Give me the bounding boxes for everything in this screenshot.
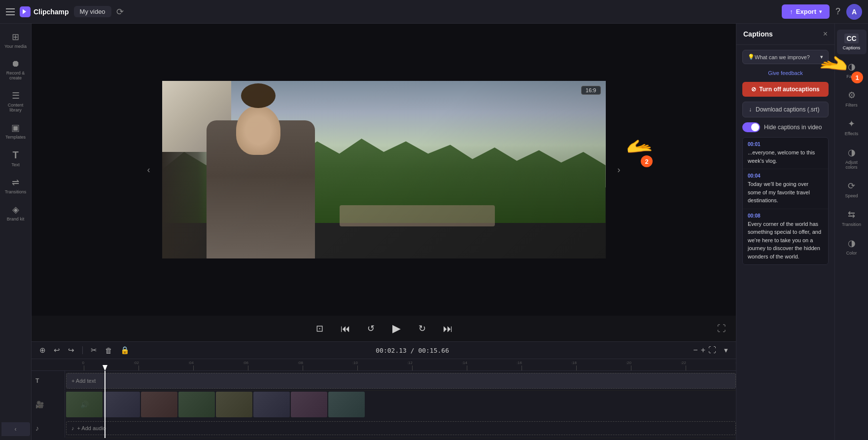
topbar-left: Clipchamp My video ⟳	[6, 6, 124, 17]
sidebar-label-record: Record &create	[6, 71, 25, 80]
avatar[interactable]: A	[846, 4, 862, 20]
caption-item-1[interactable]: 00:01 ...everyone, welcome to this week'…	[743, 138, 828, 169]
turn-off-icon: ⊘	[751, 86, 756, 93]
video-clip-5[interactable]	[216, 392, 252, 417]
zoom-in-button[interactable]: +	[701, 346, 705, 355]
sidebar-item-transitions[interactable]: ⇌ Transitions	[1, 173, 30, 198]
video-clip-8[interactable]	[328, 392, 365, 417]
preview-chevron-right[interactable]: ›	[618, 165, 621, 175]
video-container: ‹	[162, 81, 606, 258]
timeline-ruler: 0 :02 :04 :06	[32, 359, 736, 371]
sidebar-item-brand-kit[interactable]: ◈ Brand kit	[1, 200, 30, 225]
add-text-track[interactable]: + Add text	[66, 373, 736, 389]
timeline-options-button[interactable]: ▾	[722, 345, 730, 356]
help-icon[interactable]: ?	[835, 6, 840, 17]
text-track-icon: T	[35, 377, 39, 384]
add-audio-track[interactable]: ♪ + Add audio	[66, 421, 736, 435]
give-feedback-link[interactable]: Give feedback	[742, 69, 829, 77]
sidebar-item-templates[interactable]: ▣ Templates	[1, 118, 30, 144]
tool-adjust-colors[interactable]: ◑ Adjustcolors	[837, 143, 867, 174]
caption-text-3: Every corner of the world has something …	[748, 220, 823, 261]
screenshot-button[interactable]: ⊡	[312, 321, 328, 336]
video-preview: ‹	[32, 24, 736, 316]
logo-area: Clipchamp	[20, 6, 69, 17]
sidebar-label-text: Text	[11, 162, 20, 167]
play-button[interactable]: ▶	[389, 321, 405, 336]
fit-view-button[interactable]: ⛶	[708, 346, 716, 355]
video-title[interactable]: My video	[74, 6, 111, 17]
captions-list: 00:01 ...everyone, welcome to this week'…	[742, 137, 829, 265]
filters-tool-icon: ⚙	[848, 90, 856, 101]
add-audio-music-icon: ♪	[71, 425, 74, 431]
caption-item-3[interactable]: 00:08 Every corner of the world has some…	[743, 209, 828, 265]
lock-button[interactable]: 🔒	[118, 345, 132, 356]
tool-transition[interactable]: ⇆ Transition	[837, 205, 867, 231]
video-clip-4[interactable]	[178, 392, 215, 417]
sidebar-item-text[interactable]: T Text	[1, 146, 30, 171]
captions-body: 💡 What can we improve? ▾ Give feedback ⊘…	[736, 45, 834, 440]
caption-item-2[interactable]: 00:04 Today we'll be going over some of …	[743, 169, 828, 209]
sidebar-item-content-library[interactable]: ☰ Contentlibrary	[1, 86, 30, 116]
video-clip-1[interactable]: 🔊	[66, 392, 103, 417]
rewind-button[interactable]: ↺	[363, 321, 379, 336]
magnet-snap-button[interactable]: ⊕	[37, 345, 48, 356]
redo-button[interactable]: ↪	[66, 345, 76, 356]
ruler-marks: 0 :02 :04 :06	[32, 359, 736, 370]
templates-icon: ▣	[11, 122, 20, 133]
total-duration: 00:15.66	[418, 347, 449, 354]
tool-color[interactable]: ◑ Color	[837, 234, 867, 259]
captions-panel: Captions × 💡 What can we improve? ▾ Give…	[736, 24, 834, 440]
video-clips: 🔊	[66, 392, 365, 417]
skip-to-end-button[interactable]: ⏭	[440, 321, 456, 336]
captions-panel-title: Captions	[743, 30, 773, 38]
cut-button[interactable]: ✂	[89, 345, 99, 356]
toolbar-separator-1	[82, 346, 83, 354]
audio-track-row: ♪ ♪ + Add audio	[66, 418, 736, 438]
fullscreen-button[interactable]: ⛶	[717, 324, 726, 334]
playhead[interactable]	[104, 371, 105, 438]
sidebar-item-record-create[interactable]: ⏺ Record &create	[1, 55, 30, 84]
undo-button[interactable]: ↩	[52, 345, 62, 356]
video-clip-7[interactable]	[291, 392, 327, 417]
video-track-row: 🎥 🔊	[66, 391, 736, 418]
video-clip-3[interactable]	[141, 392, 177, 417]
center-area: ‹	[32, 24, 736, 440]
captions-close-button[interactable]: ×	[823, 30, 828, 38]
hide-captions-row: Hide captions in video	[742, 122, 829, 132]
hide-captions-toggle[interactable]	[742, 122, 760, 132]
improve-bulb-icon: 💡	[748, 54, 755, 60]
menu-button[interactable]	[6, 8, 15, 15]
zoom-out-button[interactable]: −	[693, 346, 697, 355]
tool-speed[interactable]: ⟳ Speed	[837, 177, 867, 202]
tool-captions[interactable]: CC Captions	[837, 30, 867, 54]
adjust-colors-tool-icon: ◑	[848, 147, 856, 158]
sidebar-label-your-media: Your media	[4, 44, 27, 49]
turn-off-autocaptions-button[interactable]: ⊘ Turn off autocaptions	[742, 82, 829, 97]
download-icon: ↓	[749, 106, 752, 113]
right-panel-area: Captions × 💡 What can we improve? ▾ Give…	[736, 24, 868, 440]
download-captions-button[interactable]: ↓ Download captions (.srt)	[742, 102, 829, 117]
preview-chevron-left[interactable]: ‹	[147, 165, 150, 175]
sidebar-expander[interactable]: ‹	[1, 422, 30, 436]
video-clip-6[interactable]	[253, 392, 290, 417]
video-clip-2[interactable]	[104, 392, 140, 417]
tool-effects[interactable]: ✦ Effects	[837, 114, 867, 140]
delete-button[interactable]: 🗑	[103, 345, 114, 356]
timeline-toolbar: ⊕ ↩ ↪ ✂ 🗑 🔒 00:02.13 / 00:15.66 − + ⛶	[32, 342, 736, 359]
skip-to-start-button[interactable]: ⏮	[338, 321, 353, 336]
speed-tool-icon: ⟳	[848, 181, 855, 191]
transport-wrapper: ⊡ ⏮ ↺ ▶ ↻ ⏭ ⛶	[32, 321, 736, 336]
app-name: Clipchamp	[34, 8, 69, 16]
improve-button[interactable]: 💡 What can we improve? ▾	[742, 50, 829, 64]
captions-header: Captions ×	[736, 24, 834, 45]
forward-button[interactable]: ↻	[415, 321, 430, 336]
left-sidebar: ⊞ Your media ⏺ Record &create ☰ Contentl…	[0, 24, 32, 440]
aspect-ratio-badge: 16:9	[581, 86, 600, 95]
transition-tool-icon: ⇆	[848, 209, 855, 220]
tool-fade[interactable]: ◑ Fade	[837, 57, 867, 83]
tool-filters[interactable]: ⚙ Filters	[837, 86, 867, 111]
sidebar-label-brand-kit: Brand kit	[7, 217, 25, 221]
export-button[interactable]: ↑ Export ▾	[782, 4, 830, 19]
auto-save-icon: ⟳	[116, 6, 124, 17]
sidebar-item-your-media[interactable]: ⊞ Your media	[1, 28, 30, 53]
